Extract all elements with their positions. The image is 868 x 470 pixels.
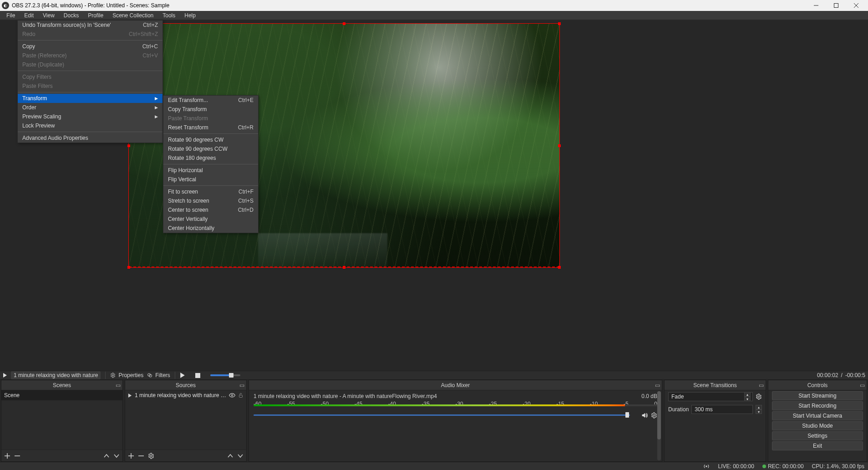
menu-item-label: Redo — [22, 31, 118, 37]
transform-menu-item[interactable]: Fit to screenCtrl+F — [163, 187, 258, 196]
transform-menu-item[interactable]: Rotate 90 degrees CCW — [163, 144, 258, 153]
source-up-button[interactable] — [227, 454, 233, 458]
status-cpu: CPU: 1.4%, 30.00 fps — [812, 463, 864, 470]
controls-title: Controls — [807, 382, 828, 388]
edit-menu-item: RedoCtrl+Shift+Z — [18, 30, 162, 39]
menu-shortcut: Ctrl+V — [142, 52, 158, 59]
remove-source-button[interactable] — [138, 453, 144, 459]
media-play-button[interactable] — [180, 373, 185, 378]
edit-menu-item[interactable]: Undo Transform source(s) In 'Scene'Ctrl+… — [18, 20, 162, 30]
scene-down-button[interactable] — [113, 454, 120, 458]
menu-item-label: Rotate 180 degrees — [168, 155, 254, 161]
maximize-button[interactable] — [826, 0, 846, 11]
menu-profile[interactable]: Profile — [83, 11, 108, 20]
menu-tools[interactable]: Tools — [158, 11, 180, 20]
transform-menu-item[interactable]: Copy Transform — [163, 105, 258, 114]
transform-menu-item[interactable]: Edit Transform...Ctrl+E — [163, 96, 258, 105]
edit-menu-item[interactable]: CopyCtrl+C — [18, 42, 162, 51]
transform-menu-item[interactable]: Center Vertically — [163, 215, 258, 224]
play-icon[interactable] — [3, 373, 7, 378]
transform-menu-item[interactable]: Flip Horizontal — [163, 166, 258, 175]
popout-icon[interactable]: ▭ — [759, 382, 764, 388]
menu-file[interactable]: File — [2, 11, 20, 20]
source-context-bar: 1 minute relaxing video with nature Prop… — [0, 371, 868, 380]
transform-menu-item[interactable]: Flip Vertical — [163, 175, 258, 184]
lock-icon[interactable] — [238, 393, 244, 398]
media-seek-slider[interactable] — [210, 374, 240, 376]
source-row[interactable]: 1 minute relaxing video with nature - A … — [125, 390, 246, 400]
popout-icon[interactable]: ▭ — [116, 382, 121, 388]
transition-select[interactable]: Fade ▴▾ — [668, 392, 753, 401]
control-button-start-streaming[interactable]: Start Streaming — [772, 391, 863, 400]
control-button-exit[interactable]: Exit — [772, 441, 863, 450]
status-bar: LIVE: 00:00:00 REC: 00:00:00 CPU: 1.4%, … — [0, 462, 868, 470]
menu-help[interactable]: Help — [180, 11, 200, 20]
volume-slider[interactable] — [254, 414, 630, 416]
window-title: OBS 27.2.3 (64-bit, windows) - Profile: … — [12, 2, 169, 9]
mixer-title: Audio Mixer — [441, 382, 470, 388]
popout-icon[interactable]: ▭ — [239, 382, 244, 388]
status-live: LIVE: 00:00:00 — [718, 463, 754, 470]
spin-down[interactable]: ▾ — [756, 409, 762, 414]
menu-edit[interactable]: Edit — [20, 11, 38, 20]
svg-marker-13 — [128, 393, 132, 398]
resize-handle[interactable] — [558, 144, 561, 147]
transform-menu-item[interactable]: Stretch to screenCtrl+S — [163, 196, 258, 205]
filters-button[interactable]: Filters — [147, 372, 170, 378]
speaker-icon[interactable] — [641, 412, 648, 419]
resize-handle[interactable] — [343, 266, 345, 269]
properties-button[interactable]: Properties — [110, 372, 143, 378]
add-scene-button[interactable] — [4, 453, 10, 459]
close-button[interactable] — [846, 0, 866, 11]
resize-handle[interactable] — [343, 22, 345, 25]
control-button-studio-mode[interactable]: Studio Mode — [772, 421, 863, 430]
svg-point-19 — [150, 455, 152, 457]
control-button-start-virtual-camera[interactable]: Start Virtual Camera — [772, 411, 863, 420]
add-source-button[interactable] — [128, 453, 134, 459]
control-button-settings[interactable]: Settings — [772, 431, 863, 440]
transform-submenu: Edit Transform...Ctrl+ECopy TransformPas… — [163, 95, 259, 233]
popout-icon[interactable]: ▭ — [655, 382, 660, 388]
duration-input[interactable]: 300 ms — [691, 405, 753, 414]
menu-item-label: Copy Transform — [168, 106, 254, 112]
transform-menu-item[interactable]: Rotate 90 degrees CW — [163, 135, 258, 144]
edit-menu-item[interactable]: Preview Scaling▶ — [18, 112, 162, 121]
source-settings-button[interactable] — [148, 453, 154, 459]
media-stop-button[interactable] — [195, 373, 200, 378]
control-button-start-recording[interactable]: Start Recording — [772, 401, 863, 410]
submenu-arrow-icon: ▶ — [155, 105, 158, 110]
edit-menu-item[interactable]: Advanced Audio Properties — [18, 133, 162, 143]
transform-menu-item[interactable]: Rotate 180 degrees — [163, 153, 258, 163]
volume-thumb[interactable] — [625, 412, 629, 418]
edit-menu-item[interactable]: Lock Preview — [18, 121, 162, 130]
menu-view[interactable]: View — [38, 11, 59, 20]
transition-settings-button[interactable] — [756, 393, 762, 400]
minimize-button[interactable] — [806, 0, 826, 11]
resize-handle[interactable] — [558, 22, 561, 25]
resize-handle[interactable] — [127, 266, 130, 269]
scrollbar[interactable] — [657, 391, 661, 460]
transition-value: Fade — [671, 393, 684, 400]
transform-menu-item: Paste Transform — [163, 114, 258, 123]
edit-menu-item[interactable]: Order▶ — [18, 103, 162, 112]
resize-handle[interactable] — [127, 144, 130, 147]
popout-icon[interactable]: ▭ — [860, 382, 865, 388]
transform-menu-item[interactable]: Center Horizontally — [163, 224, 258, 233]
scene-row[interactable]: Scene — [1, 390, 122, 400]
edit-menu-item[interactable]: Transform▶ — [18, 94, 162, 103]
resize-handle[interactable] — [558, 266, 561, 269]
spin-up[interactable]: ▴ — [756, 405, 762, 409]
transform-menu-item[interactable]: Reset TransformCtrl+R — [163, 123, 258, 132]
menu-item-label: Edit Transform... — [168, 97, 227, 103]
scene-up-button[interactable] — [103, 454, 110, 458]
menu-scene-collection[interactable]: Scene Collection — [108, 11, 158, 20]
visibility-icon[interactable] — [229, 392, 235, 398]
menu-item-label: Advanced Audio Properties — [22, 135, 158, 141]
track-settings-icon[interactable] — [651, 412, 657, 419]
sources-title: Sources — [176, 382, 196, 388]
transform-menu-item[interactable]: Center to screenCtrl+D — [163, 205, 258, 215]
menu-docks[interactable]: Docks — [59, 11, 83, 20]
source-down-button[interactable] — [237, 454, 244, 458]
remove-scene-button[interactable] — [14, 453, 20, 459]
chevron-up-icon: ▴ — [744, 392, 751, 397]
